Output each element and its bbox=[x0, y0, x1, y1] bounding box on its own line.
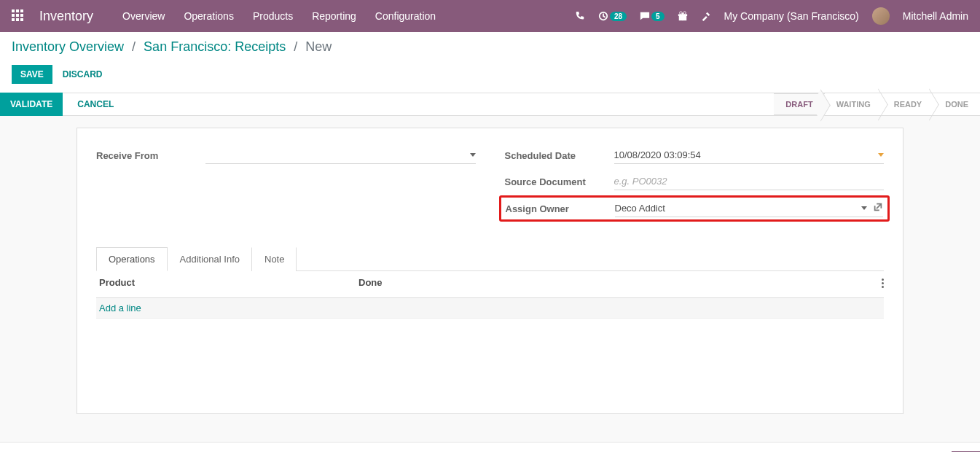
status-ready[interactable]: READY bbox=[882, 93, 934, 115]
svg-point-14 bbox=[683, 12, 686, 15]
svg-rect-8 bbox=[20, 18, 23, 21]
breadcrumb-bar: Inventory Overview / San Francisco: Rece… bbox=[0, 32, 980, 59]
tab-note[interactable]: Note bbox=[252, 247, 297, 271]
svg-rect-5 bbox=[20, 14, 23, 17]
tools-icon[interactable] bbox=[701, 11, 711, 21]
external-link-icon[interactable] bbox=[873, 202, 883, 214]
status-draft[interactable]: DRAFT bbox=[774, 93, 824, 115]
source-document-label: Source Document bbox=[505, 176, 614, 187]
table-header: Product Done bbox=[96, 271, 884, 298]
activities-icon[interactable]: 28 bbox=[598, 11, 627, 21]
main-menu: Overview Operations Products Reporting C… bbox=[122, 10, 436, 22]
menu-products[interactable]: Products bbox=[253, 10, 293, 22]
svg-rect-6 bbox=[12, 18, 15, 21]
table-kebab-icon[interactable] bbox=[862, 277, 884, 292]
svg-rect-1 bbox=[16, 9, 19, 12]
svg-rect-7 bbox=[16, 18, 19, 21]
source-document-input[interactable] bbox=[614, 176, 885, 187]
col-product: Product bbox=[96, 277, 358, 292]
svg-rect-4 bbox=[16, 14, 19, 17]
scheduled-date-input[interactable] bbox=[614, 149, 874, 160]
tab-operations[interactable]: Operations bbox=[96, 247, 168, 271]
breadcrumb-link-1[interactable]: San Francisco: Receipts bbox=[144, 39, 286, 54]
brand-title[interactable]: Inventory bbox=[39, 9, 93, 24]
menu-overview[interactable]: Overview bbox=[122, 10, 165, 22]
company-switcher[interactable]: My Company (San Francisco) bbox=[724, 10, 859, 22]
breadcrumb: Inventory Overview / San Francisco: Rece… bbox=[12, 39, 968, 55]
tabs: Operations Additional Info Note bbox=[96, 246, 884, 271]
form-col-left: Receive From bbox=[96, 146, 476, 219]
menu-reporting[interactable]: Reporting bbox=[312, 10, 356, 22]
receive-from-label: Receive From bbox=[96, 150, 205, 161]
assign-owner-field[interactable] bbox=[615, 200, 884, 217]
tab-additional-info[interactable]: Additional Info bbox=[168, 247, 252, 271]
discard-button[interactable]: DISCARD bbox=[63, 69, 103, 79]
form-sheet: Receive From Scheduled Date Source bbox=[77, 128, 903, 414]
breadcrumb-current: New bbox=[305, 39, 332, 54]
gift-icon[interactable] bbox=[678, 11, 688, 21]
assign-owner-label: Assign Owner bbox=[506, 203, 615, 214]
add-line-link[interactable]: Add a line bbox=[99, 303, 141, 313]
form-col-right: Scheduled Date Source Document Assign Ow… bbox=[505, 146, 885, 219]
table-row: Add a line bbox=[96, 298, 884, 319]
svg-rect-12 bbox=[682, 13, 683, 21]
svg-rect-0 bbox=[12, 9, 15, 12]
scheduled-date-label: Scheduled Date bbox=[505, 150, 614, 161]
col-done: Done bbox=[358, 277, 862, 292]
activities-badge: 28 bbox=[610, 12, 627, 21]
chat-badge: 5 bbox=[651, 12, 665, 21]
scheduled-date-field[interactable] bbox=[614, 147, 885, 164]
save-row: SAVE DISCARD bbox=[0, 59, 980, 93]
svg-rect-2 bbox=[20, 9, 23, 12]
highlight-assign-owner: Assign Owner bbox=[499, 195, 890, 222]
receive-from-input[interactable] bbox=[205, 149, 466, 160]
source-document-field[interactable] bbox=[614, 173, 885, 190]
save-button[interactable]: SAVE bbox=[12, 65, 52, 84]
menu-configuration[interactable]: Configuration bbox=[375, 10, 436, 22]
assign-owner-input[interactable] bbox=[615, 203, 858, 214]
status-done[interactable]: DONE bbox=[933, 93, 980, 115]
topnav-right: 28 5 My Company (San Francisco) Mitchell… bbox=[575, 7, 968, 25]
validate-button[interactable]: VALIDATE bbox=[0, 93, 63, 116]
svg-point-13 bbox=[679, 12, 682, 15]
chevron-down-icon[interactable] bbox=[470, 153, 476, 157]
menu-operations[interactable]: Operations bbox=[184, 10, 233, 22]
status-waiting[interactable]: WAITING bbox=[825, 93, 882, 115]
user-name[interactable]: Mitchell Admin bbox=[903, 10, 968, 22]
receive-from-field[interactable] bbox=[205, 147, 476, 164]
chevron-down-icon[interactable] bbox=[861, 206, 867, 210]
status-steps: DRAFT WAITING READY DONE bbox=[774, 93, 980, 115]
chatter-bar: Send message Log note Schedule activity … bbox=[0, 442, 980, 452]
table-body: Add a line bbox=[96, 298, 884, 406]
status-bar: VALIDATE CANCEL DRAFT WAITING READY DONE bbox=[0, 93, 980, 116]
apps-icon[interactable] bbox=[12, 9, 23, 23]
top-nav: Inventory Overview Operations Products R… bbox=[0, 0, 980, 32]
chevron-down-icon[interactable] bbox=[878, 153, 884, 157]
svg-rect-3 bbox=[12, 14, 15, 17]
chat-icon[interactable]: 5 bbox=[640, 11, 665, 21]
phone-icon[interactable] bbox=[575, 11, 585, 21]
breadcrumb-link-0[interactable]: Inventory Overview bbox=[12, 39, 124, 54]
cancel-button[interactable]: CANCEL bbox=[77, 99, 114, 109]
avatar[interactable] bbox=[872, 7, 890, 25]
